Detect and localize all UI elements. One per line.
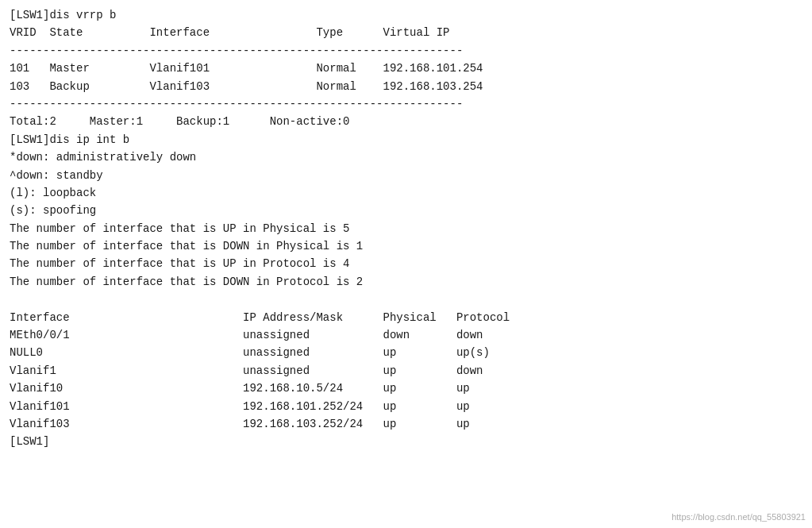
terminal-content: [LSW1]dis vrrp b VRID State Interface Ty…: [10, 6, 802, 451]
terminal-window[interactable]: [LSW1]dis vrrp b VRID State Interface Ty…: [0, 0, 812, 528]
watermark: https://blog.csdn.net/qq_55803921: [672, 512, 806, 522]
